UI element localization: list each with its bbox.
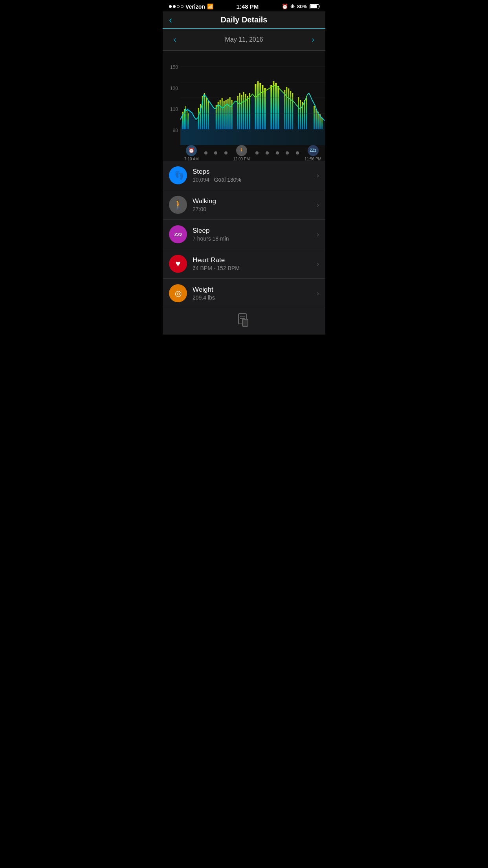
weight-content: Weight 209.4 lbs: [193, 286, 314, 301]
heart-rate-icon: ♥: [169, 255, 187, 273]
wifi-icon: 📶: [207, 4, 213, 9]
svg-rect-27: [249, 93, 250, 129]
dot-2: [173, 5, 176, 8]
svg-rect-48: [316, 109, 317, 129]
svg-rect-46: [306, 96, 307, 129]
walk-time: 12:00 PM: [233, 157, 250, 161]
svg-rect-19: [229, 97, 231, 129]
prev-date-button[interactable]: ‹: [171, 33, 180, 46]
daily-metrics-list: 👣 Steps 10,094 Goal 130% › 🚶 Walking 27:…: [163, 161, 325, 308]
svg-rect-26: [247, 96, 248, 129]
nav-bar: ‹ Daily Details: [163, 11, 325, 29]
svg-rect-11: [208, 101, 209, 129]
steps-svg: 👣: [173, 170, 183, 180]
status-right: ⏰ ✳ 80%: [282, 4, 319, 9]
svg-rect-45: [304, 100, 305, 129]
walking-item[interactable]: 🚶 Walking 27:00 ›: [163, 190, 325, 220]
svg-rect-35: [275, 83, 277, 129]
weight-value: 209.4 lbs: [193, 294, 314, 301]
svg-rect-28: [255, 84, 256, 129]
walk-icon: 🚶: [236, 145, 247, 156]
chart-canvas: [180, 51, 325, 145]
date-bar: ‹ May 11, 2016 ›: [163, 29, 325, 51]
sleep-icon: ZZz: [308, 145, 319, 156]
walking-icon: 🚶: [169, 196, 187, 214]
signal-dots: [169, 5, 183, 8]
svg-rect-5: [188, 113, 189, 129]
battery-indicator: [310, 4, 319, 9]
y-label-110: 110: [163, 107, 180, 112]
svg-rect-36: [277, 86, 279, 129]
steps-item[interactable]: 👣 Steps 10,094 Goal 130% ›: [163, 161, 325, 190]
sleep-item[interactable]: ZZz Sleep 7 hours 18 min ›: [163, 220, 325, 249]
y-axis-labels: 150 130 110 90: [163, 51, 180, 145]
timeline-dot-5: [266, 151, 269, 154]
svg-rect-30: [259, 83, 261, 129]
status-bar: Verizon 📶 1:48 PM ⏰ ✳ 80%: [163, 0, 325, 11]
timeline-dot-2: [214, 151, 217, 154]
svg-rect-6: [198, 108, 199, 129]
timeline-dot-6: [276, 151, 279, 154]
svg-rect-25: [245, 94, 246, 129]
weight-title: Weight: [193, 286, 314, 294]
timeline-walk: 🚶 12:00 PM: [233, 145, 250, 161]
back-button[interactable]: ‹: [169, 15, 172, 26]
reports-svg-icon: [237, 313, 251, 327]
carrier-label: Verizon: [185, 4, 205, 10]
reports-tab-icon[interactable]: [237, 313, 251, 330]
timeline-dot-7: [286, 151, 289, 154]
heart-rate-value: 64 BPM - 152 BPM: [193, 265, 314, 271]
svg-rect-38: [286, 87, 287, 129]
svg-rect-51: [321, 118, 323, 129]
sleep-list-icon: ZZz: [169, 225, 187, 243]
weight-item[interactable]: ◎ Weight 209.4 lbs ›: [163, 279, 325, 308]
dot-4: [181, 5, 183, 8]
y-label-130: 130: [163, 86, 180, 91]
steps-chevron: ›: [317, 171, 319, 180]
page-title: Daily Details: [221, 15, 268, 24]
status-left: Verizon 📶: [169, 4, 213, 10]
heart-rate-chevron: ›: [317, 260, 319, 268]
chart-svg: [180, 51, 325, 145]
timeline-dot-3: [224, 151, 227, 154]
svg-rect-21: [237, 96, 238, 129]
next-date-button[interactable]: ›: [308, 33, 317, 46]
weight-chevron: ›: [317, 289, 319, 298]
steps-content: Steps 10,094 Goal 130%: [193, 168, 314, 183]
svg-rect-24: [243, 92, 244, 129]
timeline-sleep: ZZz 11:56 PM: [305, 145, 321, 161]
alarm-icon: ⏰: [186, 145, 197, 156]
walking-title: Walking: [193, 197, 314, 205]
svg-rect-4: [187, 110, 187, 129]
battery-fill: [310, 5, 317, 8]
steps-title: Steps: [193, 168, 314, 176]
svg-rect-10: [206, 97, 207, 129]
timeline-alarm: ⏰ 7:10 AM: [184, 145, 199, 161]
sleep-content: Sleep 7 hours 18 min: [193, 227, 314, 242]
status-time: 1:48 PM: [237, 3, 259, 10]
svg-rect-18: [227, 99, 229, 129]
chart-timeline: ⏰ 7:10 AM 🚶 12:00 PM ZZz 11:56 PM: [180, 145, 325, 161]
walking-value: 27:00: [193, 206, 314, 212]
sleep-chevron: ›: [317, 230, 319, 239]
steps-goal: Goal 130%: [214, 177, 241, 183]
timeline-dot-1: [204, 151, 207, 154]
sleep-time: 11:56 PM: [305, 157, 321, 161]
alarm-time: 7:10 AM: [184, 157, 199, 161]
bluetooth-icon: ✳: [290, 4, 295, 9]
svg-rect-14: [220, 100, 221, 129]
svg-rect-29: [257, 81, 259, 129]
steps-icon: 👣: [169, 166, 187, 184]
svg-rect-39: [288, 88, 289, 129]
current-date: May 11, 2016: [225, 36, 263, 43]
svg-rect-37: [284, 90, 285, 129]
dot-1: [169, 5, 172, 8]
y-label-150: 150: [163, 64, 180, 70]
y-label-90: 90: [163, 128, 180, 133]
heart-rate-item[interactable]: ♥ Heart Rate 64 BPM - 152 BPM ›: [163, 249, 325, 279]
timeline-dot-4: [255, 151, 259, 154]
battery-body: [310, 4, 319, 9]
svg-rect-58: [242, 319, 248, 326]
battery-percent: 80%: [297, 4, 307, 9]
svg-rect-23: [241, 95, 242, 129]
